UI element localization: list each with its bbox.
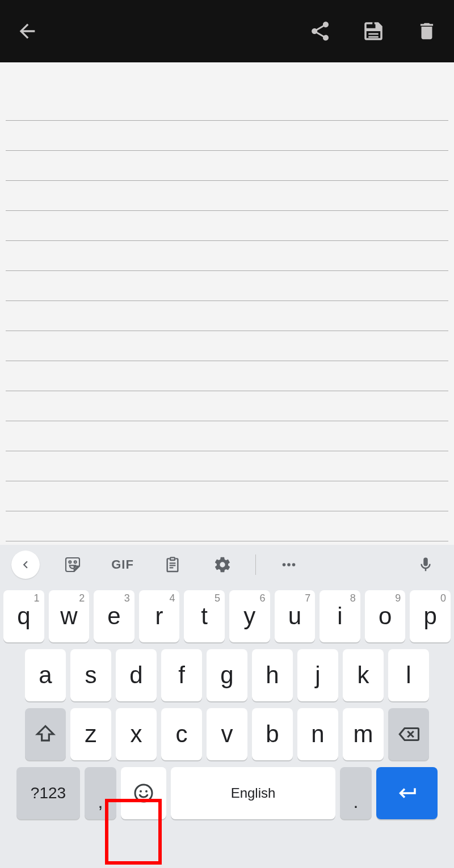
note-line bbox=[6, 241, 448, 271]
sticker-icon bbox=[64, 556, 82, 574]
period-label: . bbox=[354, 791, 359, 812]
note-line bbox=[6, 181, 448, 211]
key-label: b bbox=[266, 721, 279, 748]
symbols-label: ?123 bbox=[31, 784, 66, 802]
svg-rect-0 bbox=[372, 22, 375, 26]
share-icon bbox=[309, 20, 331, 43]
key-n[interactable]: n bbox=[297, 708, 338, 760]
key-label: c bbox=[176, 721, 188, 748]
toolbar-separator bbox=[255, 554, 256, 575]
key-m[interactable]: m bbox=[343, 708, 384, 760]
key-d[interactable]: d bbox=[116, 649, 157, 701]
svg-rect-1 bbox=[170, 557, 175, 560]
note-line bbox=[6, 331, 448, 361]
key-q[interactable]: q1 bbox=[3, 590, 44, 642]
key-label: k bbox=[358, 662, 369, 689]
key-p[interactable]: p0 bbox=[410, 590, 451, 642]
period-key[interactable]: . bbox=[340, 767, 372, 819]
clipboard-button[interactable] bbox=[155, 556, 190, 574]
key-label: y bbox=[243, 603, 255, 630]
chevron-left-icon bbox=[18, 557, 33, 572]
emoji-icon bbox=[132, 782, 155, 805]
note-line bbox=[6, 121, 448, 151]
key-label: w bbox=[60, 603, 77, 630]
key-label: m bbox=[354, 721, 373, 748]
key-k[interactable]: k bbox=[343, 649, 384, 701]
note-line bbox=[6, 301, 448, 331]
svg-point-5 bbox=[135, 785, 152, 802]
key-hint: 9 bbox=[395, 592, 401, 604]
collapse-toolbar-button[interactable] bbox=[11, 551, 40, 579]
back-button[interactable] bbox=[14, 18, 41, 45]
comma-label: , bbox=[98, 791, 103, 812]
shift-key[interactable] bbox=[25, 708, 66, 760]
key-r[interactable]: r4 bbox=[139, 590, 180, 642]
key-j[interactable]: j bbox=[297, 649, 338, 701]
key-label: j bbox=[315, 662, 320, 689]
key-i[interactable]: i8 bbox=[320, 590, 360, 642]
key-z[interactable]: z bbox=[70, 708, 111, 760]
key-hint: 0 bbox=[440, 592, 446, 604]
key-label: u bbox=[288, 603, 301, 630]
key-hint: 1 bbox=[34, 592, 40, 604]
backspace-key[interactable] bbox=[388, 708, 429, 760]
voice-input-button[interactable] bbox=[409, 556, 443, 573]
key-label: n bbox=[311, 721, 324, 748]
key-t[interactable]: t5 bbox=[184, 590, 225, 642]
backspace-icon bbox=[397, 722, 421, 746]
note-line bbox=[6, 91, 448, 121]
key-hint: 2 bbox=[79, 592, 85, 604]
shift-icon bbox=[35, 723, 56, 745]
key-label: l bbox=[406, 662, 411, 689]
note-line bbox=[6, 511, 448, 541]
share-button[interactable] bbox=[306, 18, 334, 45]
sticker-button[interactable] bbox=[56, 556, 90, 574]
key-hint: 3 bbox=[124, 592, 130, 604]
space-key[interactable]: English bbox=[171, 767, 335, 819]
note-line bbox=[6, 421, 448, 451]
note-line bbox=[6, 211, 448, 241]
key-f[interactable]: f bbox=[161, 649, 202, 701]
key-label: i bbox=[337, 603, 342, 630]
key-hint: 7 bbox=[305, 592, 310, 604]
key-v[interactable]: v bbox=[207, 708, 247, 760]
key-a[interactable]: a bbox=[25, 649, 66, 701]
key-x[interactable]: x bbox=[116, 708, 157, 760]
key-u[interactable]: u7 bbox=[275, 590, 316, 642]
key-b[interactable]: b bbox=[252, 708, 293, 760]
delete-button[interactable] bbox=[413, 18, 440, 45]
key-h[interactable]: h bbox=[252, 649, 293, 701]
key-e[interactable]: e3 bbox=[94, 590, 134, 642]
key-w[interactable]: w2 bbox=[49, 590, 90, 642]
more-options-button[interactable] bbox=[272, 555, 306, 574]
comma-key[interactable]: , bbox=[85, 767, 116, 819]
key-label: h bbox=[266, 662, 279, 689]
save-button[interactable] bbox=[360, 18, 387, 45]
note-line bbox=[6, 361, 448, 391]
key-o[interactable]: o9 bbox=[365, 590, 406, 642]
key-y[interactable]: y6 bbox=[229, 590, 270, 642]
key-c[interactable]: c bbox=[161, 708, 202, 760]
mic-icon bbox=[417, 556, 434, 573]
note-line bbox=[6, 451, 448, 481]
key-label: z bbox=[85, 721, 97, 748]
svg-point-6 bbox=[140, 790, 142, 793]
key-label: a bbox=[39, 662, 52, 689]
more-horiz-icon bbox=[279, 555, 299, 574]
key-g[interactable]: g bbox=[207, 649, 247, 701]
key-label: f bbox=[178, 662, 185, 689]
svg-point-4 bbox=[292, 563, 296, 566]
key-l[interactable]: l bbox=[388, 649, 429, 701]
note-line bbox=[6, 391, 448, 421]
enter-key[interactable] bbox=[376, 767, 438, 819]
key-label: p bbox=[423, 603, 436, 630]
gif-button[interactable]: GIF bbox=[106, 557, 140, 572]
settings-button[interactable] bbox=[205, 556, 239, 574]
note-line bbox=[6, 151, 448, 181]
svg-point-3 bbox=[287, 563, 291, 566]
note-text-area[interactable] bbox=[0, 62, 454, 545]
emoji-key[interactable] bbox=[121, 767, 166, 819]
symbols-key[interactable]: ?123 bbox=[16, 767, 80, 819]
key-hint: 6 bbox=[260, 592, 266, 604]
key-s[interactable]: s bbox=[70, 649, 111, 701]
